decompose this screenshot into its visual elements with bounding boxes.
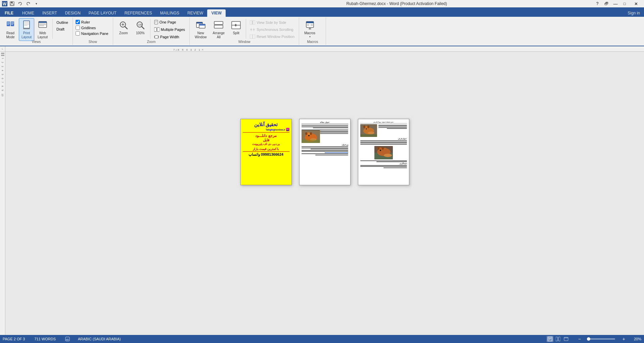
- ruler-corner: L: [0, 46, 5, 52]
- vertical-ruler: 1 2 3 4 5 6 7 8 9 10: [0, 52, 5, 335]
- split-button[interactable]: Split: [228, 18, 244, 37]
- maximize-button[interactable]: □: [620, 1, 629, 7]
- tab-design[interactable]: DESIGN: [61, 9, 85, 17]
- reading-view-button[interactable]: [555, 336, 561, 342]
- svg-rect-38: [157, 28, 159, 32]
- zoom-100-button[interactable]: 100 100%: [133, 18, 148, 37]
- save-button[interactable]: [9, 1, 15, 7]
- page1-file: فایل: [263, 138, 269, 142]
- sign-in-link[interactable]: Sign in: [624, 9, 644, 17]
- tab-insert[interactable]: INSERT: [38, 9, 61, 17]
- gridlines-checkbox[interactable]: [76, 26, 80, 30]
- one-page-label: One Page: [159, 20, 176, 24]
- svg-rect-13: [11, 23, 14, 24]
- status-bar: PAGE 2 OF 3 711 WORDS ab ARABIC (SAUDI A…: [0, 335, 644, 343]
- new-window-button[interactable]: New Window: [192, 18, 209, 41]
- reset-window-position-button[interactable]: Reset Window Position: [248, 34, 296, 40]
- read-mode-label: Read Mode: [6, 31, 14, 39]
- outline-button[interactable]: Outline: [55, 19, 70, 26]
- page1-url: Tahghighonline.ir: [266, 129, 285, 131]
- zoom-out-button[interactable]: −: [578, 336, 582, 342]
- svg-rect-66: [307, 25, 309, 26]
- print-layout-view-button[interactable]: [547, 336, 553, 342]
- views-group-label: Views: [0, 40, 73, 44]
- zoom-in-button[interactable]: +: [622, 336, 626, 342]
- synchronous-scrolling-label: Synchronous Scrolling: [257, 28, 293, 32]
- svg-point-95: [380, 150, 381, 151]
- gridlines-checkbox-row[interactable]: Gridlines: [76, 25, 96, 30]
- document-canvas[interactable]: تحقیق آنلاین Tahghighonline.ir 📷 مرجع دا…: [5, 52, 644, 335]
- restore-button[interactable]: 🗗: [602, 1, 611, 7]
- close-button[interactable]: ✕: [629, 1, 643, 7]
- split-label: Split: [233, 31, 239, 35]
- proofing-icon[interactable]: ab: [65, 337, 70, 341]
- draft-button[interactable]: Draft: [55, 26, 70, 32]
- svg-rect-3: [11, 2, 13, 3]
- svg-rect-64: [306, 21, 314, 23]
- multiple-pages-button[interactable]: Multiple Pages: [152, 26, 187, 33]
- svg-rect-68: [311, 25, 313, 26]
- svg-rect-47: [199, 24, 205, 26]
- svg-point-96: [384, 154, 392, 157]
- svg-rect-4: [11, 4, 13, 5]
- macros-label: Macros: [304, 31, 315, 35]
- svg-rect-104: [558, 337, 560, 341]
- help-button[interactable]: ?: [593, 1, 602, 7]
- svg-rect-24: [39, 24, 46, 25]
- tab-review[interactable]: REVIEW: [183, 9, 207, 17]
- svg-rect-12: [11, 22, 14, 23]
- page-info: PAGE 2 OF 3: [3, 337, 25, 341]
- ruler-checkbox-row[interactable]: Ruler: [76, 19, 90, 24]
- tab-references[interactable]: REFERENCES: [121, 9, 156, 17]
- svg-rect-10: [7, 23, 10, 24]
- minimize-button[interactable]: —: [611, 1, 620, 7]
- tab-mailings[interactable]: MAILINGS: [156, 9, 183, 17]
- tab-home[interactable]: HOME: [18, 9, 38, 17]
- page1-title: تحقیق آنلاین: [254, 122, 278, 127]
- macros-button[interactable]: Macros ▾: [302, 18, 318, 40]
- redo-button[interactable]: [25, 1, 32, 7]
- svg-rect-16: [24, 22, 29, 22]
- arrange-all-button[interactable]: Arrange All: [211, 18, 227, 41]
- page-width-button[interactable]: Page Width: [152, 34, 187, 40]
- svg-rect-20: [23, 28, 30, 29]
- svg-rect-33: [154, 20, 158, 24]
- tab-page-layout[interactable]: PAGE LAYOUT: [85, 9, 121, 17]
- zoom-button[interactable]: Zoom: [116, 18, 131, 37]
- svg-rect-106: [564, 337, 568, 338]
- svg-rect-9: [7, 22, 10, 23]
- window-group-label: Window: [190, 40, 299, 44]
- draft-label: Draft: [56, 27, 64, 31]
- ruler-checkbox[interactable]: [76, 20, 80, 24]
- svg-rect-79: [302, 140, 320, 143]
- zoom-slider[interactable]: [588, 338, 615, 340]
- print-layout-button[interactable]: Print Layout: [19, 18, 34, 41]
- svg-point-84: [367, 126, 369, 128]
- svg-rect-99: [548, 337, 552, 341]
- navigation-pane-checkbox[interactable]: [76, 31, 80, 36]
- synchronous-scrolling-button[interactable]: Synchronous Scrolling: [248, 27, 296, 33]
- page-3: متن صفحه سوم - روباه قرمز: [358, 119, 409, 185]
- tab-view[interactable]: VIEW: [207, 9, 226, 17]
- one-page-button[interactable]: One Page: [152, 19, 187, 26]
- print-layout-label: Print Layout: [21, 31, 32, 39]
- page1-formats: ورد-پی دی اف- پاورپوینت: [252, 142, 280, 146]
- read-mode-button[interactable]: Read Mode: [3, 18, 18, 41]
- new-window-label: New Window: [195, 31, 207, 39]
- svg-text:W: W: [3, 2, 7, 6]
- svg-rect-17: [24, 23, 29, 24]
- undo-button[interactable]: [17, 1, 24, 7]
- view-side-by-side-button[interactable]: View Side by Side: [248, 19, 296, 26]
- reset-window-position-label: Reset Window Position: [257, 35, 294, 39]
- svg-rect-19: [24, 25, 28, 26]
- web-layout-view-button[interactable]: [563, 336, 569, 342]
- web-layout-button[interactable]: Web Layout: [35, 18, 50, 41]
- svg-point-77: [308, 135, 310, 136]
- navigation-pane-checkbox-row[interactable]: Navigation Pane: [76, 31, 108, 36]
- tab-file[interactable]: FILE: [1, 9, 17, 17]
- svg-point-85: [366, 129, 367, 130]
- svg-rect-11: [7, 24, 9, 25]
- title-bar-title: Rubah-Ghermez.docx - Word (Product Activ…: [200, 1, 593, 6]
- customize-quick-access-button[interactable]: ▾: [33, 1, 40, 7]
- svg-point-76: [310, 132, 312, 135]
